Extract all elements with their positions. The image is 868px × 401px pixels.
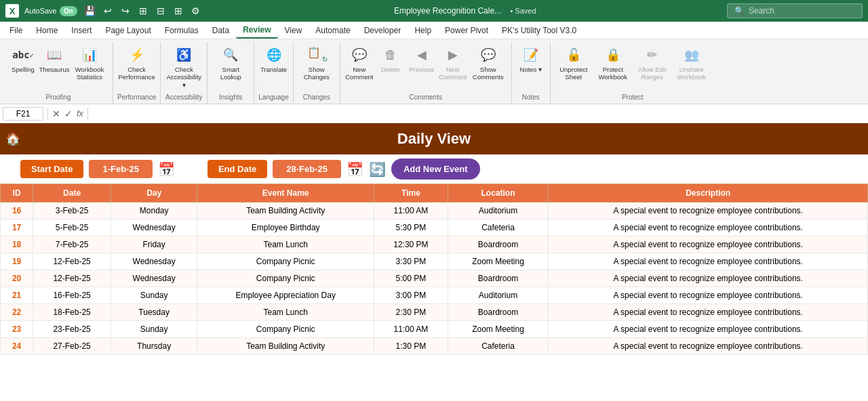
refresh-button[interactable]: 🔄 (369, 161, 386, 177)
notes-icon: 📝 (521, 45, 540, 64)
protect-workbook-icon: 🔒 (604, 45, 623, 64)
check-performance-button[interactable]: ⚡ Check Performance (118, 42, 156, 85)
ribbon-group-comments: 💬 New Comment 🗑 Delete ◀ Previous ▶ Next… (340, 42, 512, 104)
new-comment-button[interactable]: 💬 New Comment (344, 42, 374, 85)
formula-input[interactable] (92, 108, 865, 120)
unshare-workbook-button[interactable]: 👥 Unshare Workbook (673, 42, 711, 85)
cell-description: A special event to recognize employee co… (549, 219, 868, 236)
table-row[interactable]: 21 16-Feb-25 Sunday Employee Appreciatio… (1, 287, 868, 304)
cell-location: Auditorium (448, 287, 549, 304)
ribbon-group-performance: ⚡ Check Performance Performance (113, 42, 161, 104)
save-status: • Saved (510, 7, 536, 15)
table-row[interactable]: 22 18-Feb-25 Tuesday Team Lunch 2:30 PM … (1, 304, 868, 321)
changes-buttons: 📋↻ Show Changes (298, 42, 336, 92)
table-row[interactable]: 20 12-Feb-25 Wednesday Company Picnic 5:… (1, 270, 868, 287)
table-row[interactable]: 18 7-Feb-25 Friday Team Lunch 12:30 PM B… (1, 236, 868, 253)
menu-home[interactable]: Home (29, 23, 64, 38)
next-comment-button[interactable]: ▶ Next Comment (438, 42, 468, 85)
proofing-group-label: Proofing (45, 93, 71, 101)
formula-cancel-icon[interactable]: ✕ (52, 108, 60, 119)
formula-insert-icon[interactable]: fx (77, 108, 83, 119)
search-box[interactable]: 🔍 Search (727, 3, 863, 18)
menu-file[interactable]: File (3, 23, 29, 38)
show-changes-button[interactable]: 📋↻ Show Changes (298, 42, 336, 85)
menu-view[interactable]: View (278, 23, 309, 38)
formula-confirm-icon[interactable]: ✓ (64, 108, 73, 119)
table-row[interactable]: 24 27-Feb-25 Thursday Team Building Acti… (1, 338, 868, 355)
menu-pk-utility[interactable]: PK's Utility Tool V3.0 (495, 23, 583, 38)
start-date-value[interactable]: 1-Feb-25 (89, 160, 152, 178)
toggle-state[interactable]: On (60, 6, 77, 16)
ribbon-group-protect: 🔓 Unprotect Sheet 🔒 Protect Workbook ✏ A… (551, 42, 715, 104)
autosave-label: AutoSave (24, 7, 57, 15)
show-comments-icon: 💬 (479, 45, 498, 64)
cell-date: 18-Feb-25 (33, 304, 111, 321)
notes-button[interactable]: 📝 Notes ▾ (516, 42, 546, 83)
menu-developer[interactable]: Developer (357, 23, 408, 38)
ribbon: abc✓ Spelling 📖 Thesaurus 📊 Workbook Sta… (0, 39, 868, 104)
smart-lookup-button[interactable]: 🔍 Smart Lookup (212, 42, 250, 85)
cell-time: 1:30 PM (374, 338, 448, 355)
formula-bar-separator2 (87, 108, 88, 120)
end-date-value[interactable]: 28-Feb-25 (273, 160, 341, 178)
translate-label: Translate (260, 66, 287, 73)
allow-edit-ranges-button[interactable]: ✏ Allow Edit Ranges (633, 42, 671, 85)
delete-comment-button[interactable]: 🗑 Delete (376, 42, 406, 83)
cell-reference-input[interactable] (3, 107, 43, 121)
more-icon[interactable]: ⚙ (189, 3, 203, 18)
redo-icon[interactable]: ↪ (118, 3, 133, 18)
cell-date: 5-Feb-25 (33, 219, 111, 236)
cell-event: Team Building Activity (197, 203, 374, 219)
workbook-statistics-button[interactable]: 📊 Workbook Statistics (71, 42, 108, 85)
ribbon-group-notes: 📝 Notes ▾ Notes (512, 42, 551, 104)
save-icon[interactable]: 💾 (83, 3, 98, 18)
cell-date: 23-Feb-25 (33, 321, 111, 338)
table-row[interactable]: 23 23-Feb-25 Sunday Company Picnic 11:00… (1, 321, 868, 338)
autosave-toggle[interactable]: AutoSave On (24, 6, 77, 16)
unshare-icon: 👥 (682, 45, 701, 64)
home-icon: 🏠 (5, 131, 20, 146)
menu-data[interactable]: Data (205, 23, 236, 38)
cell-event: Company Picnic (197, 253, 374, 270)
performance-buttons: ⚡ Check Performance (118, 42, 156, 92)
spelling-button[interactable]: abc✓ Spelling (8, 42, 38, 83)
table-row[interactable]: 19 12-Feb-25 Wednesday Company Picnic 3:… (1, 253, 868, 270)
excel-logo: X (5, 4, 19, 18)
cell-id: 17 (1, 219, 33, 236)
thesaurus-label: Thesaurus (39, 66, 70, 73)
show-comments-button[interactable]: 💬 Show Comments (469, 42, 507, 85)
table-icon[interactable]: ⊞ (171, 3, 186, 18)
thesaurus-button[interactable]: 📖 Thesaurus (39, 42, 69, 83)
cell-date: 27-Feb-25 (33, 338, 111, 355)
unprotect-sheet-button[interactable]: 🔓 Unprotect Sheet (555, 42, 593, 85)
check-accessibility-button[interactable]: ♿ Check Accessibility ▾ (165, 42, 203, 92)
cell-time: 5:30 PM (374, 219, 448, 236)
menu-formulas[interactable]: Formulas (158, 23, 205, 38)
table-header-row: ID Date Day Event Name Time Location Des… (1, 184, 868, 203)
end-calendar-icon[interactable]: 📅 (347, 161, 363, 177)
cell-id: 21 (1, 287, 33, 304)
cell-time: 11:00 AM (374, 203, 448, 219)
grid-icon[interactable]: ⊞ (136, 3, 151, 18)
comments-group-label: Comments (410, 93, 442, 101)
workbook-stats-icon: 📊 (80, 45, 99, 64)
undo-icon[interactable]: ↩ (100, 3, 115, 18)
menu-help[interactable]: Help (408, 23, 438, 38)
cell-date: 16-Feb-25 (33, 287, 111, 304)
table-row[interactable]: 17 5-Feb-25 Wednesday Employee Birthday … (1, 219, 868, 236)
cell-location: Boardroom (448, 270, 549, 287)
menu-review[interactable]: Review (236, 22, 277, 39)
proofing-buttons: abc✓ Spelling 📖 Thesaurus 📊 Workbook Sta… (8, 42, 108, 92)
add-new-event-button[interactable]: Add New Event (391, 159, 480, 180)
table-row[interactable]: 16 3-Feb-25 Monday Team Building Activit… (1, 203, 868, 219)
menu-page-layout[interactable]: Page Layout (98, 23, 157, 38)
previous-comment-button[interactable]: ◀ Previous (407, 42, 437, 83)
protect-workbook-button[interactable]: 🔒 Protect Workbook (594, 42, 632, 85)
language-group-label: Language (258, 93, 289, 101)
start-calendar-icon[interactable]: 📅 (158, 161, 175, 177)
menu-automate[interactable]: Automate (309, 23, 357, 38)
translate-button[interactable]: 🌐 Translate (259, 42, 289, 83)
minus-icon[interactable]: ⊟ (153, 3, 168, 18)
menu-power-pivot[interactable]: Power Pivot (438, 23, 495, 38)
menu-insert[interactable]: Insert (64, 23, 98, 38)
